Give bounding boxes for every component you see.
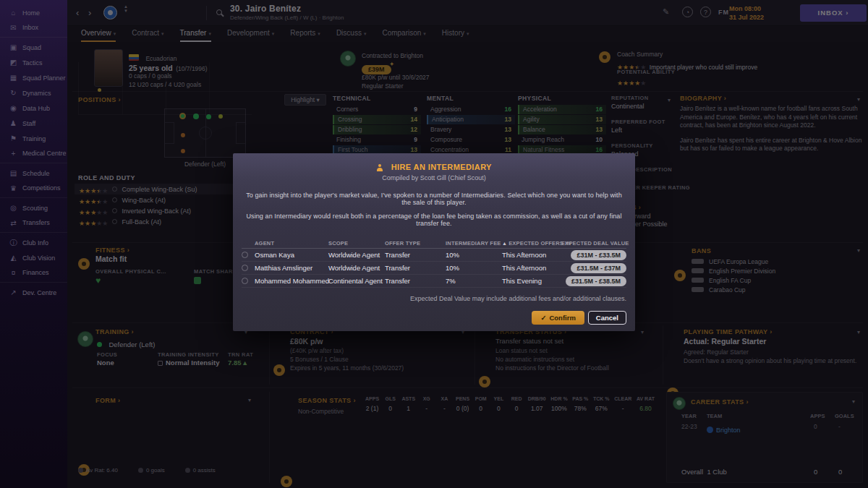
agent-radio[interactable] — [242, 278, 248, 284]
dialog-subtitle: Compiled by Scott Gill (Chief Scout) — [242, 174, 626, 181]
check-icon: ✓ — [540, 314, 546, 322]
col-offer-type[interactable]: OFFER TYPE — [385, 240, 446, 247]
hire-intermediary-dialog: HIRE AN INTERMEDIARY Compiled by Scott G… — [233, 153, 635, 331]
deal-value-pill: £31.5M - £38.5M — [566, 276, 626, 286]
agent-table-header: AGENT SCOPE OFFER TYPE INTERMEDIARY FEE … — [242, 239, 626, 249]
deal-value-pill: £31.5M - £37M — [571, 263, 626, 273]
cancel-button[interactable]: Cancel — [588, 311, 626, 325]
col-expected-offers-in[interactable]: ▲EXPECTED OFFERS IN — [502, 240, 561, 247]
col-agent[interactable]: AGENT — [255, 240, 328, 247]
dialog-intro-1: To gain insight into the player's market… — [242, 192, 626, 206]
agent-row[interactable]: Matthias Amslinger Worldwide Agent Trans… — [242, 262, 626, 275]
col-intermediary-fee[interactable]: INTERMEDIARY FEE — [446, 240, 502, 247]
confirm-button[interactable]: ✓Confirm — [532, 311, 584, 325]
agent-table: AGENT SCOPE OFFER TYPE INTERMEDIARY FEE … — [242, 239, 626, 288]
dialog-title: HIRE AN INTERMEDIARY — [391, 163, 492, 171]
agent-radio[interactable] — [242, 265, 248, 271]
sort-asc-icon: ▲ — [502, 241, 507, 246]
agent-radio[interactable] — [242, 252, 248, 258]
intermediary-person-icon — [376, 164, 383, 171]
deal-value-note: Expected Deal Value may include addition… — [242, 295, 626, 302]
col-expected-deal-value[interactable]: EXPECTED DEAL VALUE — [561, 240, 626, 247]
agent-row[interactable]: Mohammed Mohammed Continental Agent Tran… — [242, 275, 626, 288]
col-scope[interactable]: SCOPE — [328, 240, 385, 247]
dialog-intro-2: Using an Intermediary would result both … — [242, 213, 626, 227]
agent-row[interactable]: Osman Kaya Worldwide Agent Transfer 10% … — [242, 249, 626, 262]
deal-value-pill: £31M - £33.5M — [571, 250, 626, 260]
